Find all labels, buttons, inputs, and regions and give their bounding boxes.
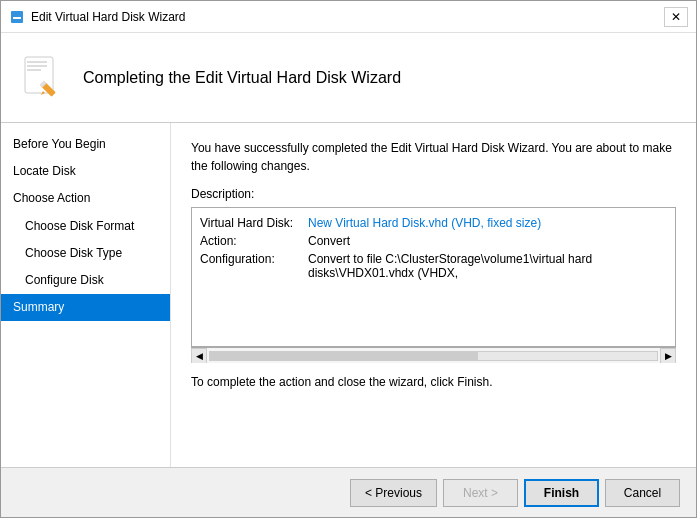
desc-value-config: Convert to file C:\ClusterStorage\volume… [308,252,667,280]
desc-value-vhd: New Virtual Hard Disk.vhd (VHD, fixed si… [308,216,541,230]
window: Edit Virtual Hard Disk Wizard ✕ Completi… [0,0,697,518]
desc-key-config: Configuration: [200,252,300,266]
description-box: Virtual Hard Disk: New Virtual Hard Disk… [191,207,676,347]
sidebar-item-summary: Summary [1,294,170,321]
desc-key-vhd: Virtual Hard Disk: [200,216,300,230]
header-section: Completing the Edit Virtual Hard Disk Wi… [1,33,696,123]
scrollbar-track[interactable] [209,351,658,361]
finish-text: To complete the action and close the wiz… [191,375,676,389]
previous-button[interactable]: < Previous [350,479,437,507]
desc-row-action: Action: Convert [200,234,667,248]
close-button[interactable]: ✕ [664,7,688,27]
window-title: Edit Virtual Hard Disk Wizard [31,10,186,24]
sidebar-item-choose-disk-type: Choose Disk Type [1,240,170,267]
desc-row-vhd: Virtual Hard Disk: New Virtual Hard Disk… [200,216,667,230]
svg-rect-4 [27,65,47,67]
sidebar-item-configure-disk: Configure Disk [1,267,170,294]
title-bar: Edit Virtual Hard Disk Wizard ✕ [1,1,696,33]
sidebar-item-before-you-begin: Before You Begin [1,131,170,158]
wizard-icon [17,53,67,103]
main-content: Before You Begin Locate Disk Choose Acti… [1,123,696,467]
cancel-button[interactable]: Cancel [605,479,680,507]
description-label: Description: [191,187,676,201]
header-title: Completing the Edit Virtual Hard Disk Wi… [83,69,401,87]
next-button[interactable]: Next > [443,479,518,507]
svg-rect-3 [27,61,47,63]
sidebar-item-locate-disk: Locate Disk [1,158,170,185]
footer: < Previous Next > Finish Cancel [1,467,696,517]
desc-key-action: Action: [200,234,300,248]
content-area: You have successfully completed the Edit… [171,123,696,467]
svg-rect-5 [27,69,41,71]
scrollbar-area[interactable]: ◀ ▶ [191,347,676,363]
svg-rect-1 [13,17,21,19]
intro-text: You have successfully completed the Edit… [191,139,676,175]
scroll-left-arrow[interactable]: ◀ [191,348,207,364]
sidebar: Before You Begin Locate Disk Choose Acti… [1,123,171,467]
sidebar-item-choose-action: Choose Action [1,185,170,212]
scrollbar-thumb [210,352,478,360]
sidebar-item-choose-disk-format: Choose Disk Format [1,213,170,240]
scroll-right-arrow[interactable]: ▶ [660,348,676,364]
title-bar-left: Edit Virtual Hard Disk Wizard [9,9,186,25]
window-icon [9,9,25,25]
desc-value-action: Convert [308,234,350,248]
finish-button[interactable]: Finish [524,479,599,507]
desc-row-config: Configuration: Convert to file C:\Cluste… [200,252,667,280]
